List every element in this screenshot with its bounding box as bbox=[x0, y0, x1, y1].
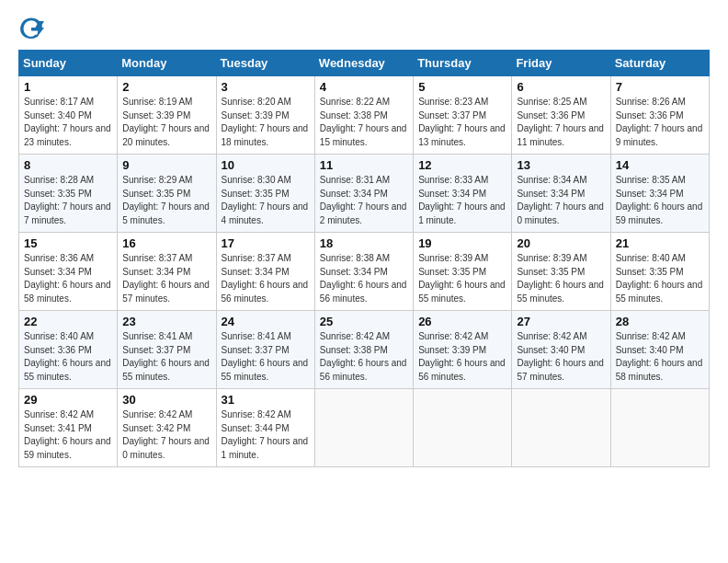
day-number: 5 bbox=[418, 80, 506, 94]
day-info: Sunrise: 8:39 AM Sunset: 3:35 PM Dayligh… bbox=[418, 252, 506, 305]
day-number: 16 bbox=[122, 236, 210, 250]
day-info: Sunrise: 8:42 AM Sunset: 3:41 PM Dayligh… bbox=[24, 408, 112, 462]
day-number: 26 bbox=[418, 315, 506, 328]
day-number: 27 bbox=[517, 315, 605, 328]
day-cell: 25 Sunrise: 8:42 AM Sunset: 3:38 PM Dayl… bbox=[314, 311, 413, 389]
day-cell: 5 Sunrise: 8:23 AM Sunset: 3:37 PM Dayli… bbox=[414, 76, 512, 155]
day-info: Sunrise: 8:37 AM Sunset: 3:34 PM Dayligh… bbox=[222, 252, 310, 305]
day-cell: 15 Sunrise: 8:36 AM Sunset: 3:34 PM Dayl… bbox=[19, 233, 118, 311]
day-info: Sunrise: 8:40 AM Sunset: 3:36 PM Dayligh… bbox=[24, 330, 112, 384]
weekday-header-monday: Monday bbox=[118, 51, 216, 76]
day-info: Sunrise: 8:29 AM Sunset: 3:35 PM Dayligh… bbox=[122, 174, 210, 227]
day-number: 17 bbox=[222, 236, 310, 250]
day-cell: 14 Sunrise: 8:35 AM Sunset: 3:34 PM Dayl… bbox=[610, 155, 709, 233]
weekday-header-row: SundayMondayTuesdayWednesdayThursdayFrid… bbox=[19, 51, 710, 76]
weekday-header-saturday: Saturday bbox=[610, 51, 709, 76]
day-info: Sunrise: 8:42 AM Sunset: 3:42 PM Dayligh… bbox=[122, 408, 210, 462]
day-info: Sunrise: 8:20 AM Sunset: 3:39 PM Dayligh… bbox=[222, 96, 310, 149]
day-info: Sunrise: 8:38 AM Sunset: 3:34 PM Dayligh… bbox=[320, 252, 408, 305]
day-info: Sunrise: 8:37 AM Sunset: 3:34 PM Dayligh… bbox=[122, 252, 210, 305]
day-info: Sunrise: 8:42 AM Sunset: 3:38 PM Dayligh… bbox=[320, 330, 408, 384]
day-cell: 20 Sunrise: 8:39 AM Sunset: 3:35 PM Dayl… bbox=[512, 233, 610, 311]
day-cell bbox=[512, 389, 610, 467]
day-info: Sunrise: 8:26 AM Sunset: 3:36 PM Dayligh… bbox=[616, 96, 704, 149]
day-number: 24 bbox=[222, 315, 310, 328]
day-number: 29 bbox=[24, 393, 112, 407]
day-info: Sunrise: 8:41 AM Sunset: 3:37 PM Dayligh… bbox=[122, 330, 210, 384]
day-number: 1 bbox=[24, 80, 112, 94]
day-cell: 2 Sunrise: 8:19 AM Sunset: 3:39 PM Dayli… bbox=[118, 76, 216, 155]
day-cell: 16 Sunrise: 8:37 AM Sunset: 3:34 PM Dayl… bbox=[118, 233, 216, 311]
day-cell: 9 Sunrise: 8:29 AM Sunset: 3:35 PM Dayli… bbox=[118, 155, 216, 233]
day-cell: 3 Sunrise: 8:20 AM Sunset: 3:39 PM Dayli… bbox=[216, 76, 314, 155]
weekday-header-friday: Friday bbox=[512, 51, 610, 76]
day-cell: 10 Sunrise: 8:30 AM Sunset: 3:35 PM Dayl… bbox=[216, 155, 314, 233]
day-number: 8 bbox=[24, 158, 112, 172]
day-number: 25 bbox=[320, 315, 408, 328]
day-info: Sunrise: 8:28 AM Sunset: 3:35 PM Dayligh… bbox=[24, 174, 112, 227]
day-number: 30 bbox=[122, 393, 210, 407]
calendar-table: SundayMondayTuesdayWednesdayThursdayFrid… bbox=[18, 50, 710, 467]
day-number: 20 bbox=[517, 236, 605, 250]
day-number: 31 bbox=[222, 393, 310, 407]
day-info: Sunrise: 8:34 AM Sunset: 3:34 PM Dayligh… bbox=[517, 174, 605, 227]
week-row-3: 15 Sunrise: 8:36 AM Sunset: 3:34 PM Dayl… bbox=[19, 233, 710, 311]
day-info: Sunrise: 8:19 AM Sunset: 3:39 PM Dayligh… bbox=[122, 96, 210, 149]
day-cell bbox=[314, 389, 413, 467]
day-number: 10 bbox=[222, 158, 310, 172]
weekday-header-thursday: Thursday bbox=[414, 51, 512, 76]
week-row-4: 22 Sunrise: 8:40 AM Sunset: 3:36 PM Dayl… bbox=[19, 311, 710, 389]
day-info: Sunrise: 8:22 AM Sunset: 3:38 PM Dayligh… bbox=[320, 96, 408, 149]
day-cell bbox=[610, 389, 709, 467]
day-cell: 26 Sunrise: 8:42 AM Sunset: 3:39 PM Dayl… bbox=[414, 311, 512, 389]
day-number: 6 bbox=[517, 80, 605, 94]
day-cell: 21 Sunrise: 8:40 AM Sunset: 3:35 PM Dayl… bbox=[610, 233, 709, 311]
day-cell: 1 Sunrise: 8:17 AM Sunset: 3:40 PM Dayli… bbox=[19, 76, 118, 155]
day-number: 18 bbox=[320, 236, 408, 250]
day-cell: 13 Sunrise: 8:34 AM Sunset: 3:34 PM Dayl… bbox=[512, 155, 610, 233]
day-cell: 7 Sunrise: 8:26 AM Sunset: 3:36 PM Dayli… bbox=[610, 76, 709, 155]
day-number: 28 bbox=[616, 315, 704, 328]
day-cell: 19 Sunrise: 8:39 AM Sunset: 3:35 PM Dayl… bbox=[414, 233, 512, 311]
day-number: 14 bbox=[616, 158, 704, 172]
calendar-page: SundayMondayTuesdayWednesdayThursdayFrid… bbox=[0, 0, 728, 482]
day-number: 13 bbox=[517, 158, 605, 172]
day-info: Sunrise: 8:35 AM Sunset: 3:34 PM Dayligh… bbox=[616, 174, 704, 227]
day-info: Sunrise: 8:39 AM Sunset: 3:35 PM Dayligh… bbox=[517, 252, 605, 305]
day-number: 23 bbox=[122, 315, 210, 328]
day-info: Sunrise: 8:17 AM Sunset: 3:40 PM Dayligh… bbox=[24, 96, 112, 149]
day-number: 3 bbox=[222, 80, 310, 94]
logo-icon bbox=[18, 15, 44, 40]
day-info: Sunrise: 8:23 AM Sunset: 3:37 PM Dayligh… bbox=[418, 96, 506, 149]
day-number: 11 bbox=[320, 158, 408, 172]
day-cell: 11 Sunrise: 8:31 AM Sunset: 3:34 PM Dayl… bbox=[314, 155, 413, 233]
day-info: Sunrise: 8:30 AM Sunset: 3:35 PM Dayligh… bbox=[222, 174, 310, 227]
day-cell: 23 Sunrise: 8:41 AM Sunset: 3:37 PM Dayl… bbox=[118, 311, 216, 389]
day-info: Sunrise: 8:36 AM Sunset: 3:34 PM Dayligh… bbox=[24, 252, 112, 305]
day-cell: 29 Sunrise: 8:42 AM Sunset: 3:41 PM Dayl… bbox=[19, 389, 118, 467]
day-cell: 30 Sunrise: 8:42 AM Sunset: 3:42 PM Dayl… bbox=[118, 389, 216, 467]
day-cell: 4 Sunrise: 8:22 AM Sunset: 3:38 PM Dayli… bbox=[314, 76, 413, 155]
day-cell bbox=[414, 389, 512, 467]
day-info: Sunrise: 8:42 AM Sunset: 3:40 PM Dayligh… bbox=[616, 330, 704, 384]
day-number: 9 bbox=[122, 158, 210, 172]
day-info: Sunrise: 8:42 AM Sunset: 3:40 PM Dayligh… bbox=[517, 330, 605, 384]
day-cell: 22 Sunrise: 8:40 AM Sunset: 3:36 PM Dayl… bbox=[19, 311, 118, 389]
day-info: Sunrise: 8:42 AM Sunset: 3:44 PM Dayligh… bbox=[222, 408, 310, 462]
week-row-2: 8 Sunrise: 8:28 AM Sunset: 3:35 PM Dayli… bbox=[19, 155, 710, 233]
day-number: 12 bbox=[418, 158, 506, 172]
weekday-header-wednesday: Wednesday bbox=[314, 51, 413, 76]
day-cell: 18 Sunrise: 8:38 AM Sunset: 3:34 PM Dayl… bbox=[314, 233, 413, 311]
day-number: 4 bbox=[320, 80, 408, 94]
day-cell: 24 Sunrise: 8:41 AM Sunset: 3:37 PM Dayl… bbox=[216, 311, 314, 389]
day-cell: 17 Sunrise: 8:37 AM Sunset: 3:34 PM Dayl… bbox=[216, 233, 314, 311]
day-number: 19 bbox=[418, 236, 506, 250]
day-number: 22 bbox=[24, 315, 112, 328]
day-info: Sunrise: 8:42 AM Sunset: 3:39 PM Dayligh… bbox=[418, 330, 506, 384]
week-row-1: 1 Sunrise: 8:17 AM Sunset: 3:40 PM Dayli… bbox=[19, 76, 710, 155]
day-info: Sunrise: 8:41 AM Sunset: 3:37 PM Dayligh… bbox=[222, 330, 310, 384]
day-number: 2 bbox=[122, 80, 210, 94]
day-cell: 27 Sunrise: 8:42 AM Sunset: 3:40 PM Dayl… bbox=[512, 311, 610, 389]
day-info: Sunrise: 8:40 AM Sunset: 3:35 PM Dayligh… bbox=[616, 252, 704, 305]
day-cell: 28 Sunrise: 8:42 AM Sunset: 3:40 PM Dayl… bbox=[610, 311, 709, 389]
